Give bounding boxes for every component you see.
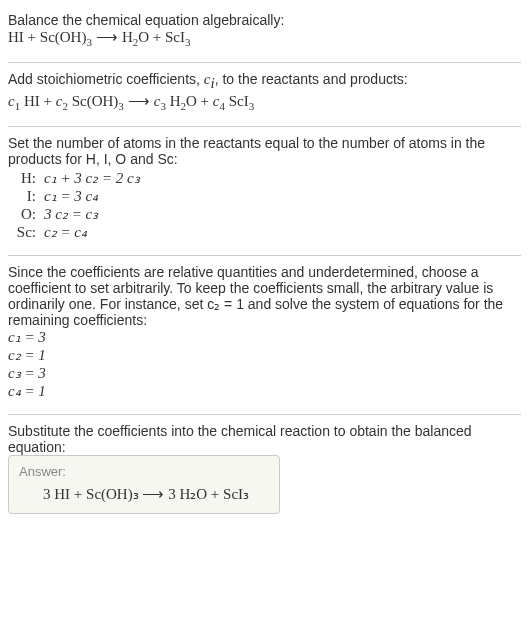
element-label: O: <box>8 205 40 223</box>
table-row: H: c₁ + 3 c₂ = 2 c₃ <box>8 169 144 187</box>
plus: + <box>149 29 165 45</box>
solution-line: c₃ = 3 <box>8 364 521 382</box>
answer-box: Answer: 3 HI + Sc(OH)₃ ⟶ 3 H₂O + ScI₃ <box>8 455 280 514</box>
atom-balance-text: Set the number of atoms in the reactants… <box>8 135 521 167</box>
table-row: I: c₁ = 3 c₄ <box>8 187 144 205</box>
plus: + <box>24 29 40 45</box>
section-add-coefficients: Add stoichiometric coefficients, ci, to … <box>8 67 521 122</box>
answer-label: Answer: <box>19 464 269 479</box>
element-equation: c₁ + 3 c₂ = 2 c₃ <box>40 169 144 187</box>
coeff-text-1: Add stoichiometric coefficients, <box>8 71 204 87</box>
table-row: O: 3 c₂ = c₃ <box>8 205 144 223</box>
problem-text: Balance the chemical equation algebraica… <box>8 12 521 28</box>
plus: + <box>197 93 213 109</box>
c4-species-sub: 3 <box>249 100 255 112</box>
c2-species: Sc(OH) <box>68 93 118 109</box>
coeff-equation: c1 HI + c2 Sc(OH)3 ⟶ c3 H2O + c4 ScI3 <box>8 92 521 112</box>
element-label: Sc: <box>8 223 40 241</box>
c2-species-sub: 3 <box>118 100 124 112</box>
divider <box>8 255 521 256</box>
product-2-sub: 3 <box>185 36 191 48</box>
c3-species-b: O <box>186 93 197 109</box>
reactant-2-sub: 3 <box>86 36 92 48</box>
divider <box>8 414 521 415</box>
plus: + <box>40 93 56 109</box>
coeff-text-2: , to the reactants and products: <box>215 71 408 87</box>
coeff-text: Add stoichiometric coefficients, ci, to … <box>8 71 521 92</box>
section-substitute: Substitute the coefficients into the che… <box>8 419 521 524</box>
element-label: I: <box>8 187 40 205</box>
arrow-icon: ⟶ <box>128 92 154 109</box>
element-equation: c₁ = 3 c₄ <box>40 187 144 205</box>
reactant-2: Sc(OH) <box>40 29 87 45</box>
section-solve: Since the coefficients are relative quan… <box>8 260 521 410</box>
product-2: ScI <box>165 29 185 45</box>
balanced-equation: 3 HI + Sc(OH)₃ ⟶ 3 H₂O + ScI₃ <box>19 485 269 503</box>
c3-species-a: H <box>166 93 181 109</box>
product-1b: O <box>138 29 149 45</box>
c1: c <box>8 93 15 109</box>
solution-line: c₁ = 3 <box>8 328 521 346</box>
ci-var: c <box>204 71 211 87</box>
unbalanced-equation: HI + Sc(OH)3 ⟶ H2O + ScI3 <box>8 28 521 48</box>
element-equation: 3 c₂ = c₃ <box>40 205 144 223</box>
solve-text: Since the coefficients are relative quan… <box>8 264 521 328</box>
solution-line: c₄ = 1 <box>8 382 521 400</box>
section-atom-balance: Set the number of atoms in the reactants… <box>8 131 521 251</box>
c4-species: ScI <box>225 93 249 109</box>
arrow-icon: ⟶ <box>96 28 122 45</box>
c1-species: HI <box>20 93 40 109</box>
atom-balance-table: H: c₁ + 3 c₂ = 2 c₃ I: c₁ = 3 c₄ O: 3 c₂… <box>8 169 144 241</box>
substitute-text: Substitute the coefficients into the che… <box>8 423 521 455</box>
solution-line: c₂ = 1 <box>8 346 521 364</box>
divider <box>8 62 521 63</box>
reactant-1: HI <box>8 29 24 45</box>
element-equation: c₂ = c₄ <box>40 223 144 241</box>
section-problem: Balance the chemical equation algebraica… <box>8 8 521 58</box>
product-1a: H <box>122 29 133 45</box>
element-label: H: <box>8 169 40 187</box>
table-row: Sc: c₂ = c₄ <box>8 223 144 241</box>
divider <box>8 126 521 127</box>
